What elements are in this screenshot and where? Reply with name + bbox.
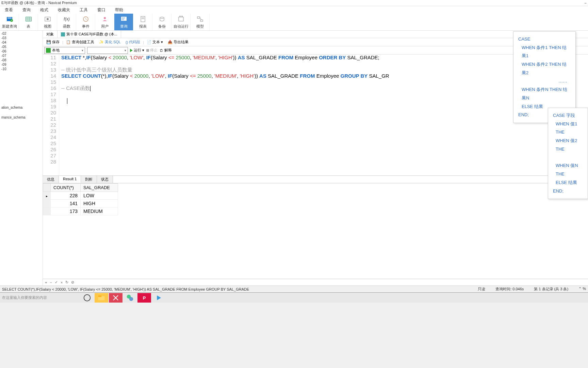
menu-window[interactable]: 窗口 (93, 6, 110, 14)
svg-rect-27 (197, 17, 200, 18)
tool-query[interactable]: 查询 (114, 14, 133, 30)
code-area[interactable]: SELECT *,IF(Salary < 20000, 'LOW', IF(Sa… (59, 55, 588, 175)
tool-function[interactable]: f(x)函数 (57, 14, 76, 30)
save-button[interactable]: 💾保存 (44, 39, 62, 45)
minimize-icon[interactable]: − (585, 1, 587, 5)
tool-view[interactable]: 视图 (38, 14, 57, 30)
cancel-icon[interactable]: × (61, 280, 63, 285)
tool-table[interactable]: 表 (19, 14, 38, 30)
wand-icon: ✨ (99, 40, 104, 45)
text-icon: 📄 (147, 40, 151, 45)
rtab-info[interactable]: 信息 (43, 176, 59, 183)
connection-combo[interactable]: 本地▾ (44, 47, 85, 54)
main-toolbar: +新建查询 表 视图 f(x)函数 事件 用户 查询 报表 备份 自动运行 模型 (0, 14, 588, 31)
table-row[interactable]: 141HIGH (43, 200, 118, 208)
database-combo[interactable]: ▾ (87, 47, 128, 54)
text-button[interactable]: 📄文本 ▾ (145, 39, 165, 45)
svg-text:+: + (11, 19, 12, 22)
status-sql: SELECT COUNT(*),IF(Salary < 20000, 'LOW'… (2, 287, 249, 291)
menu-favorites[interactable]: 收藏夹 (53, 6, 75, 14)
del-row-icon[interactable]: − (50, 280, 52, 285)
taskbar-search[interactable]: 在这里输入你要搜索的内容 (0, 295, 78, 300)
taskbar-app2[interactable] (123, 293, 137, 303)
explain-icon: 🗒 (160, 48, 163, 52)
add-row-icon[interactable]: + (45, 280, 47, 285)
connection-tree[interactable]: -02 -03 -04 -05 -06 -07 -08 -09 -10 atio… (0, 31, 43, 286)
window-title-bar: E与IF函数 @ (本地) - 查询 - Navicat Premium − (0, 0, 588, 6)
run-toolbar: 本地▾ ▾ 运行 ▾ 停止 🗒解释 (43, 46, 588, 55)
rtab-profile[interactable]: 剖析 (81, 176, 97, 183)
windows-taskbar: 在这里输入你要搜索的内容 P (0, 292, 588, 303)
taskbar-cortana[interactable] (80, 293, 94, 303)
menu-view[interactable]: 查看 (0, 6, 18, 14)
builder-icon: 📋 (66, 40, 71, 45)
stop-button[interactable]: 停止 (146, 48, 158, 53)
rtab-result1[interactable]: Result 1 (59, 176, 81, 183)
status-time: 查询时间: 0.046s (495, 287, 524, 292)
tool-automation[interactable]: 自动运行 (172, 14, 191, 30)
svg-point-10 (47, 18, 49, 20)
result-footer: + − ✓ × ↻ ⊘ (43, 279, 588, 286)
svg-rect-4 (26, 17, 31, 21)
window-title: E与IF函数 @ (本地) - 查询 - Navicat Premium (1, 0, 77, 5)
tool-user[interactable]: 用户 (95, 14, 114, 30)
save-icon: 💾 (46, 40, 51, 45)
table-row[interactable]: 173MEDIUM (43, 208, 118, 215)
svg-line-14 (86, 19, 87, 20)
results-panel: 信息 Result 1 剖析 状态 COUNT(*)SAL_GRADE 228L… (43, 175, 588, 286)
menu-help[interactable]: 帮助 (110, 6, 128, 14)
tool-backup[interactable]: 备份 (152, 14, 172, 30)
svg-rect-26 (182, 16, 182, 17)
svg-rect-28 (200, 20, 203, 21)
case-syntax-tooltip-2: CASE 字段 WHEN 值1 THE WHEN 值2 THE WHEN 值N … (548, 108, 588, 199)
query-builder-button[interactable]: 📋查询创建工具 (64, 39, 96, 45)
sql-editor[interactable]: 111213141516171819202122232425262728 SEL… (43, 55, 588, 175)
svg-point-34 (129, 297, 133, 301)
result-grid[interactable]: COUNT(*)SAL_GRADE 228LOW 141HIGH 173MEDI… (43, 183, 588, 279)
snippet-button[interactable]: () 代码段 (124, 39, 142, 45)
refresh-icon[interactable]: ↻ (65, 280, 68, 285)
rtab-status[interactable]: 状态 (97, 176, 113, 183)
svg-rect-1 (7, 18, 12, 18)
tool-event[interactable]: 事件 (76, 14, 95, 30)
svg-text:P: P (143, 295, 146, 300)
tool-model[interactable]: 模型 (191, 14, 210, 30)
col-grade[interactable]: SAL_GRADE (81, 184, 118, 192)
taskbar-powerpoint[interactable]: P (137, 293, 151, 303)
result-tabs: 信息 Result 1 剖析 状态 (43, 176, 588, 183)
query-icon (61, 32, 65, 36)
taskbar-media[interactable] (152, 293, 165, 303)
query-toolbar: 💾保存 | 📋查询创建工具 ✨美化 SQL () 代码段 | 📄文本 ▾ 📤导出… (43, 38, 588, 46)
main-panel: 对象 第十章 CASE与IF函数 @ (本... 💾保存 | 📋查询创建工具 ✨… (43, 31, 588, 286)
menu-format[interactable]: 格式 (35, 6, 53, 14)
taskbar-app1[interactable] (109, 293, 122, 303)
svg-text:f(x): f(x) (64, 17, 69, 21)
tool-report[interactable]: 报表 (133, 14, 152, 30)
status-corner-icons[interactable]: ⌃ % (578, 287, 586, 292)
export-button[interactable]: 📤导出结果 (166, 39, 191, 45)
explain-button[interactable]: 🗒解释 (160, 48, 172, 53)
svg-line-29 (200, 17, 201, 20)
export-icon: 📤 (168, 40, 173, 45)
stop-row-icon[interactable]: ⊘ (71, 280, 74, 285)
tab-query-file[interactable]: 第十章 CASE与IF函数 @ (本... (58, 31, 121, 38)
menu-query[interactable]: 查询 (18, 6, 35, 14)
table-row[interactable]: 228LOW (43, 192, 118, 200)
db-icon (46, 48, 51, 53)
text-cursor (90, 86, 91, 91)
svg-rect-25 (180, 16, 180, 17)
tab-objects[interactable]: 对象 (43, 31, 58, 38)
svg-rect-20 (141, 16, 145, 22)
menu-bar: 查看 查询 格式 收藏夹 工具 窗口 帮助 (0, 6, 588, 14)
tool-new-query[interactable]: +新建查询 (0, 14, 19, 30)
beautify-button[interactable]: ✨美化 SQL (97, 39, 123, 45)
col-count[interactable]: COUNT(*) (51, 184, 81, 192)
commit-icon[interactable]: ✓ (55, 280, 58, 285)
run-button[interactable]: 运行 ▾ (130, 48, 144, 53)
menu-tools[interactable]: 工具 (75, 6, 93, 14)
svg-rect-24 (179, 17, 183, 21)
stop-icon (146, 49, 149, 52)
workspace: -02 -03 -04 -05 -06 -07 -08 -09 -10 atio… (0, 31, 588, 286)
line-gutter: 111213141516171819202122232425262728 (43, 55, 59, 175)
taskbar-explorer[interactable] (95, 293, 108, 303)
